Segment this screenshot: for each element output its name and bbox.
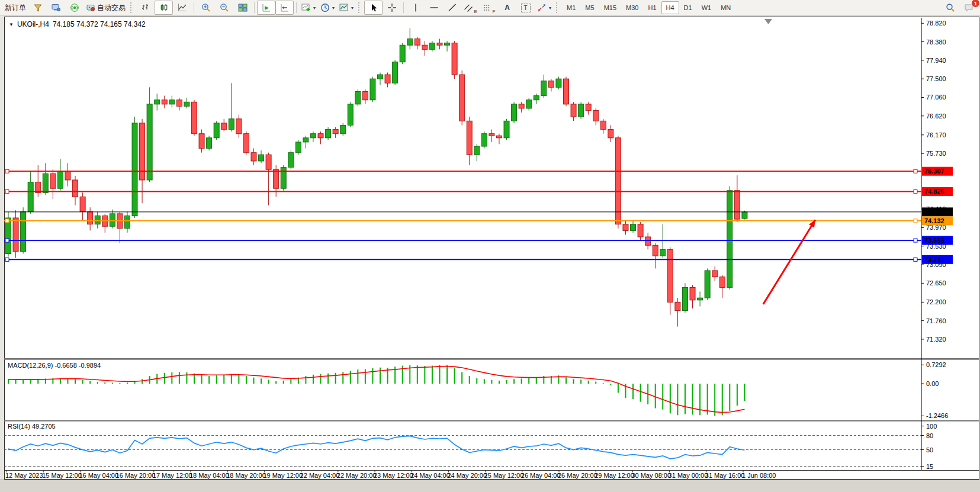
candle-body [719,277,725,288]
market-watch-button[interactable] [47,1,65,15]
candlestick-chart-button[interactable] [155,1,173,15]
zoom-out-button[interactable] [215,1,233,15]
time-tick-label: 26 May 20:00 [558,472,597,479]
level-handle[interactable] [5,219,9,223]
add-indicator-button[interactable]: ▾ [299,1,318,15]
level-handle[interactable] [5,169,9,173]
tf-button-H4[interactable]: H4 [661,1,679,14]
tf-button-D1[interactable]: D1 [679,1,697,14]
candle-body [675,302,680,310]
time-tick-label: 16 May 20:00 [116,472,156,479]
signals-button[interactable] [65,1,83,15]
new-order-button[interactable]: 新订单 [2,1,28,15]
trendline-tool-button[interactable] [443,1,461,15]
tile-windows-button[interactable] [233,1,252,15]
candle-body [43,173,48,192]
candle-body [132,123,137,216]
time-tick-label: 29 May 12:00 [595,472,634,479]
tf-button-M1[interactable]: M1 [562,1,580,14]
macd-tick-label: 0.00 [926,380,939,387]
level-handle[interactable] [914,169,917,173]
candle-body [512,104,517,121]
candle-body [452,43,457,75]
candle-body [110,214,115,226]
toolbar-grip [130,2,134,13]
candle-body [57,172,63,188]
price-tick-label: 76.170 [926,131,946,139]
level-handle[interactable] [914,239,917,242]
candle-body [340,125,346,133]
candle-body [474,146,480,155]
candle-body [548,81,554,88]
candle-body [526,100,532,108]
toolbar-separator [403,2,404,13]
candle-body [415,39,420,46]
chart-ohlc-label: 74.185 74.372 74.165 74.342 [53,20,146,28]
candle-body [6,218,11,253]
funnel-button[interactable] [28,1,47,15]
candle-body [586,104,591,111]
candle-body [660,249,666,256]
candle-body [407,39,413,46]
dropdown-caret-icon: ▾ [351,5,354,11]
cursor-button[interactable] [364,1,383,15]
time-tick-label: 1 Jun 08:00 [742,472,776,479]
templates-button[interactable]: ▾ [337,1,356,15]
autotrade-button[interactable]: 自动交易 [83,1,128,15]
search-button[interactable] [941,1,959,15]
bar-chart-button[interactable] [136,1,155,15]
channel-tool-button[interactable]: E [461,1,480,15]
text-tool-button[interactable]: A [498,1,516,15]
level-handle[interactable] [5,258,9,261]
candle-body [124,216,130,228]
equidistant-channel-icon [464,3,473,12]
chart-canvas[interactable]: 78.82078.38077.94077.50077.06076.62076.1… [4,17,979,480]
candle-body [489,134,494,136]
tf-button-M15[interactable]: M15 [599,1,621,14]
candle-body [393,62,398,83]
fibonacci-tool-button[interactable]: F [480,1,498,15]
candle-body [281,168,286,189]
candle-body [667,249,673,302]
tf-button-M5[interactable]: M5 [580,1,599,14]
level-handle[interactable] [914,219,917,223]
tf-button-H1[interactable]: H1 [643,1,661,14]
candle-body [370,79,375,100]
candle-body [638,224,643,237]
candle-body [615,138,621,224]
level-handle[interactable] [914,258,917,261]
candle-body [303,138,309,142]
fibonacci-tool-suffix: F [493,9,496,14]
search-icon [946,3,955,12]
tf-button-M30[interactable]: M30 [621,1,643,14]
line-chart-button[interactable] [173,1,191,15]
candle-body [564,79,569,104]
text-label-tool-button[interactable]: T [516,1,535,15]
tile-windows-icon [238,3,248,12]
vertical-line-tool-button[interactable] [406,1,425,15]
candle-body [460,75,465,121]
tf-button-MN[interactable]: MN [716,1,735,14]
candle-body [496,136,502,138]
level-handle[interactable] [5,189,9,193]
trend-arrow[interactable] [763,220,815,304]
horizontal-line-icon [429,3,439,12]
horizontal-line-tool-button[interactable] [425,1,443,15]
arrows-tool-button[interactable]: ▾ [535,1,554,15]
candle-body [95,216,100,224]
rsi-tick-label: 80 [926,432,933,439]
candle-body [422,45,428,49]
tf-button-W1[interactable]: W1 [697,1,716,14]
fibonacci-icon [483,3,492,12]
chart-shift-button[interactable] [275,1,294,15]
price-tick-label: 75.730 [926,150,946,157]
crosshair-button[interactable] [383,1,401,15]
auto-scroll-button[interactable] [257,1,275,15]
chart-shift-marker[interactable] [764,19,772,24]
periods-button[interactable]: ▾ [318,1,337,15]
zoom-in-button[interactable] [197,1,215,15]
notifications-button[interactable]: 1 [959,1,978,15]
level-handle[interactable] [914,189,917,193]
level-handle[interactable] [5,239,9,242]
candle-body [288,153,294,168]
